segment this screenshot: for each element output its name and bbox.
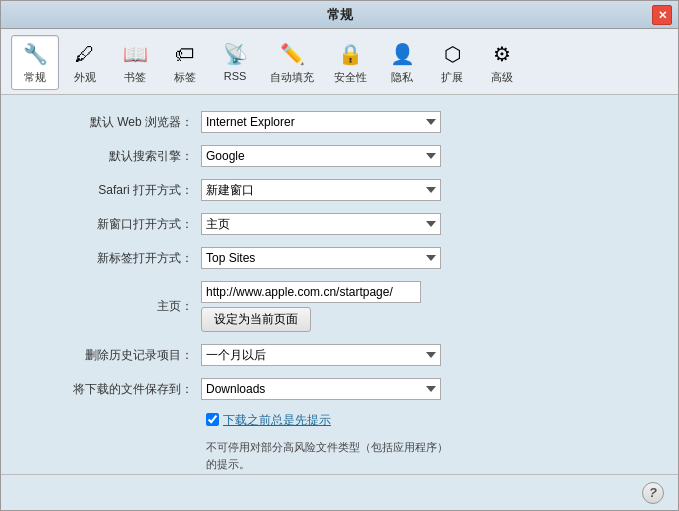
delete-history-label: 删除历史记录项目： <box>21 347 201 364</box>
set-homepage-button[interactable]: 设定为当前页面 <box>201 307 311 332</box>
new-tab-control: Top Sites 主页 空白页 收藏夹 <box>201 247 441 269</box>
toolbar-item-rss[interactable]: 📡RSS <box>211 35 259 90</box>
new-window-label: 新窗口打开方式： <box>21 216 201 233</box>
toolbar-item-general[interactable]: 🔧常规 <box>11 35 59 90</box>
download-prompt-label[interactable]: 下载之前总是先提示 <box>223 412 331 429</box>
general-icon: 🔧 <box>21 40 49 68</box>
toolbar-label-rss: RSS <box>224 70 247 82</box>
toolbar-item-privacy[interactable]: 👤隐私 <box>378 35 426 90</box>
default-search-label: 默认搜索引擎： <box>21 148 201 165</box>
security-icon: 🔒 <box>337 40 365 68</box>
new-window-select[interactable]: 主页 空白页 Top Sites 最后浏览的页面 <box>201 213 441 235</box>
delete-history-row: 删除历史记录项目： 一个月以后 一周以后 两周以后 一天以后 手动 <box>21 344 658 366</box>
toolbar-label-autofill: 自动填充 <box>270 70 314 85</box>
toolbar-label-appearance: 外观 <box>74 70 96 85</box>
homepage-label: 主页： <box>21 298 201 315</box>
default-browser-control: Internet Explorer Safari Chrome Firefox <box>201 111 441 133</box>
toolbar-item-security[interactable]: 🔒安全性 <box>325 35 376 90</box>
toolbar-label-tags: 标签 <box>174 70 196 85</box>
delete-history-select[interactable]: 一个月以后 一周以后 两周以后 一天以后 手动 <box>201 344 441 366</box>
download-save-select[interactable]: Downloads 桌面 文档 其他... <box>201 378 441 400</box>
autofill-icon: ✏️ <box>278 40 306 68</box>
toolbar-label-security: 安全性 <box>334 70 367 85</box>
new-tab-label: 新标签打开方式： <box>21 250 201 267</box>
toolbar-label-privacy: 隐私 <box>391 70 413 85</box>
title-bar: 常规 ✕ <box>1 1 678 29</box>
homepage-group: 设定为当前页面 <box>201 281 421 332</box>
extensions-icon: ⬡ <box>438 40 466 68</box>
download-save-row: 将下载的文件保存到： Downloads 桌面 文档 其他... <box>21 378 658 400</box>
homepage-input[interactable] <box>201 281 421 303</box>
toolbar: 🔧常规🖊外观📖书签🏷标签📡RSS✏️自动填充🔒安全性👤隐私⬡扩展⚙高级 <box>1 29 678 95</box>
bookmarks-icon: 📖 <box>121 40 149 68</box>
download-warning-text: 不可停用对部分高风险文件类型（包括应用程序）的提示。 <box>206 439 526 472</box>
new-window-row: 新窗口打开方式： 主页 空白页 Top Sites 最后浏览的页面 <box>21 213 658 235</box>
default-search-select[interactable]: Google Bing Yahoo 百度 <box>201 145 441 167</box>
safari-open-control: 新建窗口 新建标签页 <box>201 179 441 201</box>
close-button[interactable]: ✕ <box>652 5 672 25</box>
main-window: 常规 ✕ 🔧常规🖊外观📖书签🏷标签📡RSS✏️自动填充🔒安全性👤隐私⬡扩展⚙高级… <box>0 0 679 511</box>
toolbar-item-autofill[interactable]: ✏️自动填充 <box>261 35 323 90</box>
toolbar-item-appearance[interactable]: 🖊外观 <box>61 35 109 90</box>
toolbar-item-extensions[interactable]: ⬡扩展 <box>428 35 476 90</box>
new-tab-select[interactable]: Top Sites 主页 空白页 收藏夹 <box>201 247 441 269</box>
default-browser-select[interactable]: Internet Explorer Safari Chrome Firefox <box>201 111 441 133</box>
download-save-label: 将下载的文件保存到： <box>21 381 201 398</box>
tags-icon: 🏷 <box>171 40 199 68</box>
delete-history-control: 一个月以后 一周以后 两周以后 一天以后 手动 <box>201 344 441 366</box>
rss-icon: 📡 <box>221 40 249 68</box>
safari-open-select[interactable]: 新建窗口 新建标签页 <box>201 179 441 201</box>
new-window-control: 主页 空白页 Top Sites 最后浏览的页面 <box>201 213 441 235</box>
appearance-icon: 🖊 <box>71 40 99 68</box>
default-search-control: Google Bing Yahoo 百度 <box>201 145 441 167</box>
toolbar-label-advanced: 高级 <box>491 70 513 85</box>
default-browser-label: 默认 Web 浏览器： <box>21 114 201 131</box>
advanced-icon: ⚙ <box>488 40 516 68</box>
download-prompt-checkbox[interactable] <box>206 413 219 426</box>
default-browser-row: 默认 Web 浏览器： Internet Explorer Safari Chr… <box>21 111 658 133</box>
toolbar-item-bookmarks[interactable]: 📖书签 <box>111 35 159 90</box>
window-title: 常规 <box>327 6 353 24</box>
download-prompt-row: 下载之前总是先提示 <box>206 412 658 429</box>
safari-open-label: Safari 打开方式： <box>21 182 201 199</box>
download-save-control: Downloads 桌面 文档 其他... <box>201 378 441 400</box>
toolbar-label-general: 常规 <box>24 70 46 85</box>
safari-open-row: Safari 打开方式： 新建窗口 新建标签页 <box>21 179 658 201</box>
toolbar-label-bookmarks: 书签 <box>124 70 146 85</box>
toolbar-label-extensions: 扩展 <box>441 70 463 85</box>
help-button[interactable]: ? <box>642 482 664 504</box>
default-search-row: 默认搜索引擎： Google Bing Yahoo 百度 <box>21 145 658 167</box>
bottom-bar: ? <box>1 474 678 510</box>
privacy-icon: 👤 <box>388 40 416 68</box>
settings-content: 默认 Web 浏览器： Internet Explorer Safari Chr… <box>1 95 678 474</box>
toolbar-item-tags[interactable]: 🏷标签 <box>161 35 209 90</box>
new-tab-row: 新标签打开方式： Top Sites 主页 空白页 收藏夹 <box>21 247 658 269</box>
toolbar-item-advanced[interactable]: ⚙高级 <box>478 35 526 90</box>
homepage-row: 主页： 设定为当前页面 <box>21 281 658 332</box>
